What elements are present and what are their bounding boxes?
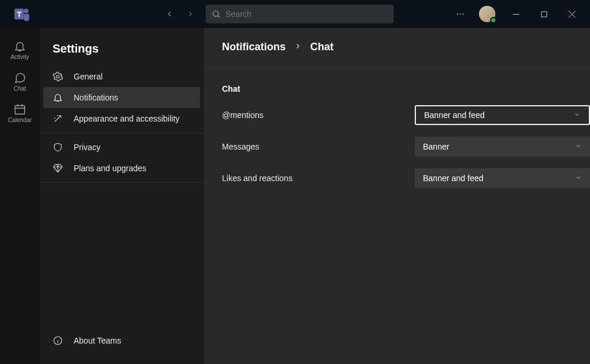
settings-item-notifications[interactable]: Notifications — [43, 87, 200, 108]
breadcrumb-parent[interactable]: Notifications — [222, 41, 286, 53]
settings-item-label: Privacy — [74, 143, 100, 152]
window-close-button[interactable] — [558, 2, 585, 26]
more-options-button[interactable] — [449, 2, 472, 26]
svg-point-6 — [463, 13, 464, 15]
back-button[interactable] — [160, 5, 179, 23]
settings-item-general[interactable]: General — [40, 66, 204, 87]
settings-item-label: Plans and upgrades — [74, 164, 147, 173]
svg-text:T: T — [17, 10, 22, 19]
chevron-right-icon — [294, 42, 302, 53]
rail-calendar[interactable]: Calendar — [2, 97, 37, 129]
forward-button[interactable] — [181, 5, 200, 23]
option-label: @mentions — [222, 110, 415, 120]
info-icon — [53, 335, 63, 346]
settings-item-plans[interactable]: Plans and upgrades — [40, 158, 204, 179]
rail-label: Activity — [11, 54, 29, 60]
bell-icon — [53, 92, 63, 103]
settings-item-label: Appearance and accessibility — [74, 114, 179, 123]
settings-item-appearance[interactable]: Appearance and accessibility — [40, 108, 204, 129]
chevron-down-icon — [574, 110, 581, 120]
rail-chat[interactable]: Chat — [2, 65, 37, 97]
title-bar: T — [0, 0, 590, 28]
svg-point-9 — [57, 75, 60, 78]
calendar-icon — [13, 103, 26, 116]
search-box[interactable] — [206, 5, 394, 23]
chevron-down-icon — [575, 142, 582, 151]
teams-app-icon: T — [13, 5, 32, 23]
settings-panel: Settings General Notifications Appearanc… — [40, 28, 204, 364]
dropdown-likes[interactable]: Banner and feed — [415, 168, 590, 188]
settings-item-about[interactable]: About Teams — [40, 330, 204, 351]
settings-item-label: About Teams — [74, 336, 121, 345]
dropdown-value: Banner and feed — [423, 174, 484, 183]
settings-item-privacy[interactable]: Privacy — [40, 137, 204, 158]
avatar[interactable] — [479, 6, 495, 22]
breadcrumb-current: Chat — [310, 41, 334, 53]
gear-icon — [53, 71, 63, 82]
shield-icon — [53, 142, 63, 152]
settings-item-label: General — [74, 72, 103, 81]
chevron-down-icon — [575, 174, 582, 183]
presence-badge — [490, 17, 497, 23]
dropdown-value: Banner — [423, 142, 449, 151]
magic-wand-icon — [53, 113, 63, 124]
window-maximize-button[interactable] — [530, 2, 557, 26]
svg-point-3 — [213, 11, 218, 16]
rail-label: Chat — [13, 85, 26, 92]
dropdown-value: Banner and feed — [424, 110, 485, 120]
app-rail: Activity Chat Calendar — [0, 28, 40, 364]
rail-label: Calendar — [8, 117, 32, 123]
diamond-icon — [53, 163, 63, 174]
settings-title: Settings — [40, 40, 204, 66]
dropdown-messages[interactable]: Banner — [415, 137, 590, 157]
svg-rect-8 — [15, 105, 25, 114]
search-icon — [211, 9, 221, 19]
option-label: Likes and reactions — [222, 174, 415, 183]
svg-rect-7 — [542, 12, 547, 17]
breadcrumb: Notifications Chat — [204, 28, 590, 68]
svg-point-4 — [457, 13, 458, 15]
section-title: Chat — [204, 68, 590, 99]
dropdown-mentions[interactable]: Banner and feed — [415, 105, 590, 125]
svg-point-5 — [460, 13, 461, 15]
settings-item-label: Notifications — [74, 93, 118, 102]
option-row-likes: Likes and reactions Banner and feed — [204, 162, 590, 194]
option-row-messages: Messages Banner — [204, 131, 590, 162]
settings-divider — [40, 182, 204, 183]
nav-arrows — [160, 5, 200, 23]
search-input[interactable] — [225, 9, 388, 19]
bell-icon — [13, 40, 26, 53]
ellipsis-icon — [456, 9, 465, 19]
option-label: Messages — [222, 142, 415, 151]
option-row-mentions: @mentions Banner and feed — [204, 99, 590, 131]
settings-divider — [40, 133, 204, 133]
content-pane: Notifications Chat Chat @mentions Banner… — [204, 28, 590, 364]
rail-activity[interactable]: Activity — [2, 34, 37, 65]
titlebar-right — [449, 2, 585, 26]
window-minimize-button[interactable] — [502, 2, 529, 26]
svg-point-1 — [24, 9, 29, 13]
chat-icon — [13, 71, 26, 84]
